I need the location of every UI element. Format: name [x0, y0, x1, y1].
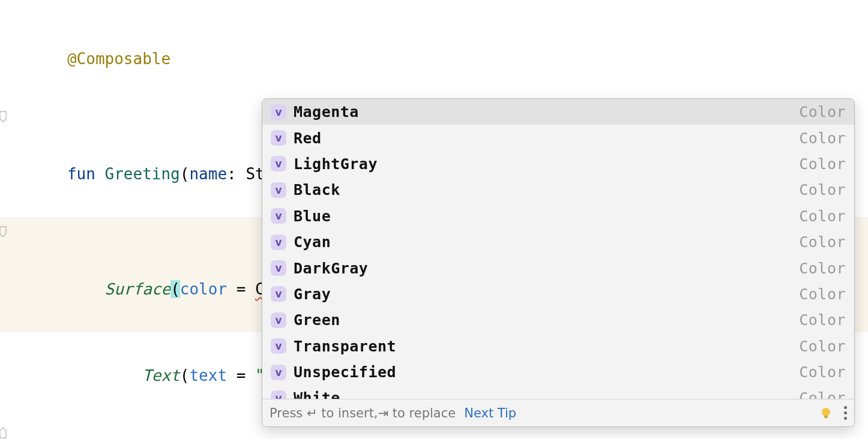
- footer-hint-replace: ⇥ to replace: [378, 406, 456, 420]
- tab-key-icon: ⇥: [378, 406, 389, 420]
- code-line-annotation[interactable]: @Composable: [0, 16, 868, 102]
- paren-open: (: [180, 165, 190, 183]
- completion-item[interactable]: vBlackColor: [262, 177, 854, 203]
- lightbulb-icon[interactable]: [819, 407, 833, 420]
- gutter-fold-icon[interactable]: [0, 110, 7, 122]
- named-arg-text: text: [189, 366, 227, 384]
- completion-item-label: Blue: [294, 208, 331, 225]
- svg-point-0: [822, 408, 830, 416]
- value-badge-icon: v: [271, 312, 286, 328]
- indent: [67, 280, 105, 298]
- next-tip-link[interactable]: Next Tip: [464, 406, 516, 420]
- completion-item-type: Color: [799, 233, 846, 251]
- named-arg-color: color: [180, 280, 227, 298]
- value-badge-icon: v: [271, 234, 286, 250]
- footer-text: Press: [270, 406, 307, 420]
- completion-footer: Press ↵ to insert, ⇥ to replace Next Tip: [262, 399, 854, 426]
- completion-item-type: Color: [799, 285, 846, 303]
- eq: =: [227, 366, 255, 384]
- value-badge-icon: v: [271, 104, 286, 120]
- completion-item-label: Gray: [294, 285, 331, 303]
- completion-item-label: Transparent: [294, 338, 396, 355]
- completion-item-type: Color: [799, 103, 846, 121]
- value-badge-icon: v: [271, 182, 286, 198]
- value-badge-icon: v: [271, 208, 286, 224]
- footer-text: to replace: [388, 406, 456, 420]
- paren-open: (: [180, 366, 190, 384]
- completion-item-type: Color: [799, 208, 846, 225]
- completion-item-label: Unspecified: [294, 363, 396, 381]
- completion-item-type: Color: [799, 338, 846, 355]
- completion-item[interactable]: vLightGrayColor: [262, 151, 854, 177]
- footer-hint-insert: Press ↵ to insert,: [270, 406, 378, 420]
- eq: =: [227, 280, 255, 298]
- param-name: name: [189, 165, 227, 183]
- gutter-fold-icon[interactable]: [0, 427, 7, 439]
- call-surface: Surface: [105, 280, 171, 298]
- completion-item-label: Cyan: [294, 233, 331, 251]
- completion-item-label: Black: [294, 181, 340, 199]
- call-text: Text: [142, 366, 180, 384]
- value-badge-icon: v: [271, 286, 286, 302]
- function-name: Greeting: [105, 165, 180, 183]
- completion-item[interactable]: vWhiteColor: [262, 385, 854, 399]
- completion-item-type: Color: [799, 311, 846, 329]
- completion-item-type: Color: [799, 260, 846, 277]
- completion-item-label: DarkGray: [294, 260, 368, 277]
- annotation: @Composable: [67, 50, 170, 68]
- completion-item[interactable]: vRedColor: [262, 125, 854, 151]
- completion-item-label: White: [294, 389, 340, 399]
- completion-item[interactable]: vCyanColor: [262, 229, 854, 255]
- completion-item-type: Color: [799, 389, 846, 399]
- completion-item-label: LightGray: [294, 155, 378, 173]
- completion-item[interactable]: vGrayColor: [262, 281, 854, 307]
- completion-list[interactable]: vMagentaColorvRedColorvLightGrayColorvBl…: [262, 99, 854, 399]
- value-badge-icon: v: [271, 260, 286, 276]
- completion-item-label: Green: [294, 311, 340, 329]
- indent: [67, 366, 142, 384]
- value-badge-icon: v: [271, 365, 286, 380]
- completion-item-type: Color: [799, 181, 846, 199]
- keyword-fun: fun: [67, 165, 105, 183]
- completion-popup[interactable]: vMagentaColorvRedColorvLightGrayColorvBl…: [262, 98, 855, 427]
- enter-key-icon: ↵: [307, 406, 318, 420]
- footer-text: to insert,: [318, 406, 378, 420]
- gutter-fold-icon[interactable]: [0, 225, 7, 237]
- completion-item[interactable]: vTransparentColor: [262, 333, 854, 359]
- completion-item-type: Color: [799, 363, 846, 381]
- code-editor[interactable]: @Composable fun Greeting(name: String) {…: [0, 0, 868, 439]
- completion-item[interactable]: vDarkGrayColor: [262, 255, 854, 281]
- value-badge-icon: v: [271, 338, 286, 354]
- completion-item[interactable]: vUnspecifiedColor: [262, 359, 854, 385]
- completion-item-type: Color: [799, 130, 846, 147]
- param-colon: :: [227, 165, 246, 183]
- completion-item[interactable]: vGreenColor: [262, 307, 854, 333]
- completion-item-type: Color: [799, 155, 846, 173]
- svg-rect-1: [824, 416, 828, 418]
- completion-item-label: Red: [294, 130, 322, 147]
- completion-item[interactable]: vBlueColor: [262, 203, 854, 229]
- value-badge-icon: v: [271, 390, 286, 399]
- paren-open-match: (: [170, 280, 180, 298]
- completion-item-label: Magenta: [294, 103, 359, 121]
- value-badge-icon: v: [271, 130, 286, 146]
- completion-item[interactable]: vMagentaColor: [262, 99, 854, 125]
- more-options-icon[interactable]: [843, 406, 847, 420]
- value-badge-icon: v: [271, 156, 286, 172]
